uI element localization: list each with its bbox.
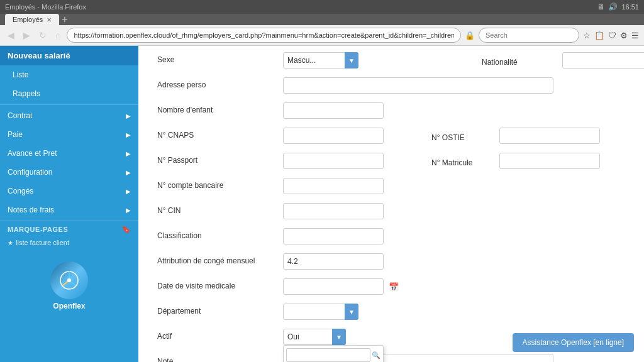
departement-select-wrapper: ▼ [283,304,358,320]
classification-label: Classification [157,228,283,240]
bookmark-add-icon[interactable]: 🔖 [121,225,131,234]
nombre-enfant-input[interactable] [283,102,384,119]
chevron-right-icon: ▶ [126,207,131,214]
sidebar-label-avance-pret: Avance et Pret [8,149,57,158]
sidebar-item-avance-pret[interactable]: Avance et Pret ▶ [0,144,138,163]
search-icon: 🔍 [372,351,380,359]
sidebar-new-employee-label: Nouveau salarié [8,51,70,60]
sidebar-label-paie: Paie [8,130,23,139]
ostie-label: N° OSTIE [431,130,494,142]
search-input[interactable] [479,28,579,43]
sidebar-item-liste[interactable]: Liste [0,65,138,84]
browser-titlebar: Employés - Mozilla Firefox 🖥 🔊 16:51 [0,0,644,14]
back-button[interactable]: ◀ [5,29,17,41]
chevron-right-icon: ▶ [126,169,131,176]
sidebar-item-notes-frais[interactable]: Notes de frais ▶ [0,200,138,219]
forward-button[interactable]: ▶ [21,29,33,41]
sidebar-item-paie[interactable]: Paie ▶ [0,125,138,144]
form-row-note: Note [157,354,625,362]
adresse-input[interactable] [283,77,553,94]
passport-input[interactable] [283,153,384,169]
sidebar-item-configuration[interactable]: Configuration ▶ [0,163,138,182]
sidebar-new-employee[interactable]: Nouveau salarié [0,46,138,65]
form-row-date-visite: Date de visite medicale 📅 [157,278,625,297]
sidebar-label-rappels: Rappels [13,89,40,98]
form-row-nombre-enfant: Nombre d'enfant [157,102,625,121]
openflex-logo-circle [50,261,88,299]
main-layout: Nouveau salarié Liste Rappels Contrat ▶ … [0,46,644,362]
sidebar-label-liste: Liste [13,70,28,79]
classification-field [283,228,625,244]
cnaps-label: N° CNAPS [157,128,283,140]
matricule-label: N° Matricule [431,155,494,167]
sidebar-item-contrat[interactable]: Contrat ▶ [0,106,138,125]
shield-icon[interactable]: 🛡 [608,31,616,40]
compte-bancaire-input[interactable] [283,178,384,194]
chevron-right-icon: ▶ [126,112,131,119]
browser-title: Employés - Mozilla Firefox [5,3,86,11]
clock: 16:51 [621,3,639,11]
ostie-input[interactable] [499,128,600,144]
refresh-button[interactable]: ↻ [36,29,49,41]
departement-input[interactable] [283,304,358,320]
sidebar-item-conges[interactable]: Congés ▶ [0,182,138,200]
calendar-icon[interactable]: 📅 [389,282,399,292]
cnaps-input[interactable] [283,128,384,144]
dropdown-search-row: 🔍 [284,346,383,362]
passport-field: N° Matricule [283,153,625,169]
sexe-label: Sexe [157,52,283,64]
content-area: Sexe Mascu... ▼ Nationalité Canada (CA) … [138,46,644,362]
cin-input[interactable] [283,203,384,219]
actif-input[interactable]: Oui [283,329,346,345]
browser-tab-active[interactable]: Employés ✕ [5,14,59,25]
bookmark-item-label: liste facture client [16,239,69,246]
tab-close-icon[interactable]: ✕ [47,16,52,23]
nationalite-input[interactable]: Canada (CA) [562,52,644,69]
compte-bancaire-label: N° compte bancaire [157,178,283,190]
chevron-right-icon: ▶ [126,150,131,157]
form-row-attribution: Attribution de congé mensuel 4.2 [157,253,625,272]
assistance-button[interactable]: Assistance Openflex [en ligne] [513,333,634,352]
nationalite-label: Nationalité [482,55,557,67]
new-tab-button[interactable]: + [59,14,70,25]
chevron-right-icon: ▶ [126,131,131,138]
menu-icon[interactable]: ☰ [631,31,639,40]
form-row-departement: Département ▼ [157,304,625,322]
url-input[interactable] [67,28,461,43]
matricule-input[interactable] [499,153,600,169]
sidebar-label-notes-frais: Notes de frais [8,206,54,214]
home-button[interactable]: ⌂ [53,29,63,41]
form-row-classification: Classification [157,228,625,247]
bookmark-icon[interactable]: 📋 [594,31,604,40]
openflex-logo-area: Openflex [44,255,94,317]
star-icon[interactable]: ☆ [583,31,591,40]
lock-icon: 🔒 [465,31,475,40]
form-row-cin: N° CIN [157,203,625,222]
sidebar-label-contrat: Contrat [8,111,32,120]
openflex-logo-svg [58,269,80,292]
date-visite-input[interactable] [283,278,384,295]
sidebar-label-conges: Congés [8,187,33,195]
classification-input[interactable] [283,228,384,244]
note-label: Note [157,354,283,362]
dropdown-search-input[interactable] [286,348,370,362]
sidebar-item-rappels[interactable]: Rappels [0,84,138,103]
sexe-select-wrapper: Mascu... ▼ [283,52,358,69]
date-visite-field: 📅 [283,278,625,295]
nationalite-select-wrapper: Canada (CA) ▼ [562,52,644,69]
sexe-field: Mascu... ▼ Nationalité Canada (CA) ▼ [283,52,644,69]
settings-icon[interactable]: ⚙ [620,31,628,40]
departement-field: ▼ [283,304,625,320]
actif-label: Actif [157,329,283,341]
sidebar-bookmark-item[interactable]: ★ liste facture client [0,236,138,249]
attribution-label: Attribution de congé mensuel [157,253,283,266]
form-row-compte-bancaire: N° compte bancaire [157,178,625,197]
adresse-field [283,77,625,94]
bookmark-star-icon: ★ [8,239,13,246]
attribution-input[interactable]: 4.2 [283,253,384,270]
sexe-input[interactable]: Mascu... [283,52,358,69]
form-row-passport: N° Passport N° Matricule [157,153,625,172]
speaker-icon: 🔊 [608,3,618,11]
form-row-adresse: Adresse perso [157,77,625,96]
cnaps-field: N° OSTIE [283,128,625,144]
